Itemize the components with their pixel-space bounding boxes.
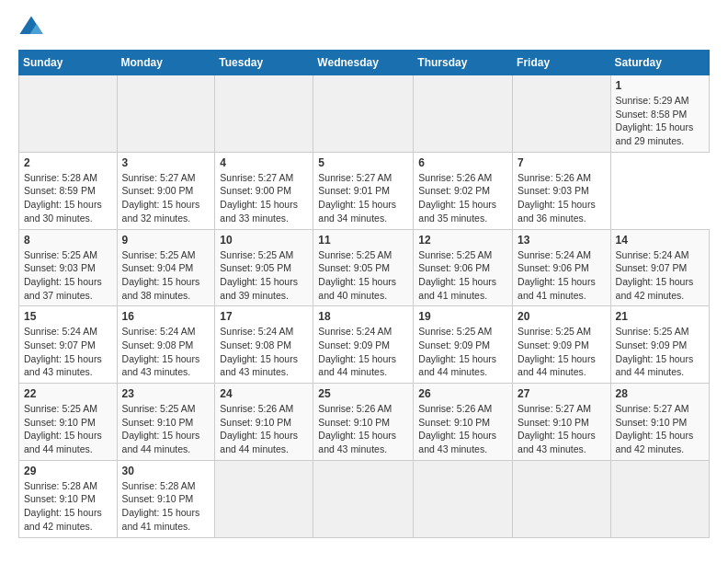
calendar-week-row: 15Sunrise: 5:24 AMSunset: 9:07 PMDayligh… bbox=[19, 306, 710, 384]
calendar-cell: 29Sunrise: 5:28 AMSunset: 9:10 PMDayligh… bbox=[19, 460, 118, 537]
day-number: 9 bbox=[122, 234, 210, 247]
calendar-cell: 24Sunrise: 5:26 AMSunset: 9:10 PMDayligh… bbox=[215, 384, 313, 461]
day-number: 4 bbox=[220, 156, 308, 169]
day-info: Sunrise: 5:26 AMSunset: 9:10 PMDaylight:… bbox=[418, 403, 496, 454]
calendar-cell: 21Sunrise: 5:25 AMSunset: 9:09 PMDayligh… bbox=[610, 306, 709, 384]
day-number: 26 bbox=[418, 387, 507, 400]
calendar-cell-empty bbox=[19, 75, 118, 153]
day-info: Sunrise: 5:25 AMSunset: 9:10 PMDaylight:… bbox=[24, 403, 102, 454]
calendar-cell: 18Sunrise: 5:24 AMSunset: 9:09 PMDayligh… bbox=[313, 306, 414, 384]
day-info: Sunrise: 5:27 AMSunset: 9:01 PMDaylight:… bbox=[318, 172, 396, 224]
calendar-cell-empty bbox=[117, 75, 215, 153]
day-number: 13 bbox=[518, 234, 606, 247]
weekday-header-cell: Tuesday bbox=[215, 51, 313, 75]
day-number: 23 bbox=[122, 387, 210, 400]
calendar-cell: 15Sunrise: 5:24 AMSunset: 9:07 PMDayligh… bbox=[19, 306, 118, 384]
calendar-cell: 25Sunrise: 5:26 AMSunset: 9:10 PMDayligh… bbox=[313, 384, 414, 461]
calendar-cell-empty bbox=[313, 75, 414, 153]
calendar-cell: 5Sunrise: 5:27 AMSunset: 9:01 PMDaylight… bbox=[313, 152, 414, 229]
calendar-cell: 4Sunrise: 5:27 AMSunset: 9:00 PMDaylight… bbox=[215, 152, 313, 229]
day-info: Sunrise: 5:24 AMSunset: 9:07 PMDaylight:… bbox=[616, 249, 694, 301]
weekday-header-cell: Sunday bbox=[19, 51, 118, 75]
day-info: Sunrise: 5:27 AMSunset: 9:00 PMDaylight:… bbox=[122, 172, 200, 224]
weekday-header-row: SundayMondayTuesdayWednesdayThursdayFrid… bbox=[19, 51, 710, 75]
calendar-week-row: 2Sunrise: 5:28 AMSunset: 8:59 PMDaylight… bbox=[19, 152, 710, 229]
calendar-cell: 13Sunrise: 5:24 AMSunset: 9:06 PMDayligh… bbox=[513, 229, 611, 306]
calendar-cell: 8Sunrise: 5:25 AMSunset: 9:03 PMDaylight… bbox=[19, 229, 118, 306]
day-info: Sunrise: 5:25 AMSunset: 9:03 PMDaylight:… bbox=[24, 249, 102, 301]
calendar-cell: 10Sunrise: 5:25 AMSunset: 9:05 PMDayligh… bbox=[215, 229, 313, 306]
weekday-header-cell: Monday bbox=[117, 51, 215, 75]
calendar-cell-empty bbox=[513, 75, 611, 153]
calendar-week-row: 1Sunrise: 5:29 AMSunset: 8:58 PMDaylight… bbox=[19, 75, 710, 153]
day-number: 21 bbox=[616, 310, 704, 323]
day-number: 11 bbox=[318, 234, 408, 247]
day-number: 17 bbox=[220, 310, 308, 323]
day-number: 14 bbox=[616, 234, 704, 247]
day-info: Sunrise: 5:26 AMSunset: 9:03 PMDaylight:… bbox=[518, 172, 596, 224]
calendar-week-row: 8Sunrise: 5:25 AMSunset: 9:03 PMDaylight… bbox=[19, 229, 710, 306]
day-info: Sunrise: 5:26 AMSunset: 9:10 PMDaylight:… bbox=[220, 403, 298, 454]
day-number: 25 bbox=[318, 387, 408, 400]
calendar-cell-empty bbox=[215, 75, 313, 153]
day-number: 6 bbox=[418, 156, 507, 169]
day-info: Sunrise: 5:28 AMSunset: 9:10 PMDaylight:… bbox=[24, 480, 102, 532]
day-number: 10 bbox=[220, 234, 308, 247]
day-info: Sunrise: 5:25 AMSunset: 9:05 PMDaylight:… bbox=[318, 249, 396, 301]
day-number: 18 bbox=[318, 310, 408, 323]
calendar-cell: 14Sunrise: 5:24 AMSunset: 9:07 PMDayligh… bbox=[610, 229, 709, 306]
day-number: 1 bbox=[616, 79, 704, 92]
day-number: 29 bbox=[24, 465, 112, 477]
weekday-header-cell: Thursday bbox=[414, 51, 513, 75]
day-info: Sunrise: 5:25 AMSunset: 9:09 PMDaylight:… bbox=[518, 326, 596, 377]
day-number: 12 bbox=[418, 234, 507, 247]
day-number: 2 bbox=[24, 156, 112, 169]
calendar-cell: 6Sunrise: 5:26 AMSunset: 9:02 PMDaylight… bbox=[414, 152, 513, 229]
calendar-cell: 22Sunrise: 5:25 AMSunset: 9:10 PMDayligh… bbox=[19, 384, 118, 461]
day-number: 22 bbox=[24, 387, 112, 400]
day-info: Sunrise: 5:24 AMSunset: 9:09 PMDaylight:… bbox=[318, 326, 396, 377]
weekday-header-cell: Friday bbox=[513, 51, 611, 75]
calendar-cell: 20Sunrise: 5:25 AMSunset: 9:09 PMDayligh… bbox=[513, 306, 611, 384]
day-info: Sunrise: 5:25 AMSunset: 9:04 PMDaylight:… bbox=[122, 249, 200, 301]
day-number: 3 bbox=[122, 156, 210, 169]
day-number: 15 bbox=[24, 310, 112, 323]
calendar-cell: 17Sunrise: 5:24 AMSunset: 9:08 PMDayligh… bbox=[215, 306, 313, 384]
calendar-cell: 16Sunrise: 5:24 AMSunset: 9:08 PMDayligh… bbox=[117, 306, 215, 384]
calendar-week-row: 22Sunrise: 5:25 AMSunset: 9:10 PMDayligh… bbox=[19, 384, 710, 461]
calendar-cell-empty bbox=[215, 460, 313, 537]
day-info: Sunrise: 5:25 AMSunset: 9:09 PMDaylight:… bbox=[418, 326, 496, 377]
day-info: Sunrise: 5:24 AMSunset: 9:08 PMDaylight:… bbox=[220, 326, 298, 377]
calendar-cell: 11Sunrise: 5:25 AMSunset: 9:05 PMDayligh… bbox=[313, 229, 414, 306]
calendar-cell: 19Sunrise: 5:25 AMSunset: 9:09 PMDayligh… bbox=[414, 306, 513, 384]
day-info: Sunrise: 5:28 AMSunset: 9:10 PMDaylight:… bbox=[122, 480, 200, 532]
calendar-week-row: 29Sunrise: 5:28 AMSunset: 9:10 PMDayligh… bbox=[19, 460, 710, 537]
calendar-cell: 7Sunrise: 5:26 AMSunset: 9:03 PMDaylight… bbox=[513, 152, 611, 229]
weekday-header-cell: Saturday bbox=[610, 51, 709, 75]
header bbox=[18, 15, 710, 40]
calendar-cell: 30Sunrise: 5:28 AMSunset: 9:10 PMDayligh… bbox=[117, 460, 215, 537]
day-info: Sunrise: 5:27 AMSunset: 9:00 PMDaylight:… bbox=[220, 172, 298, 224]
calendar-cell-empty bbox=[414, 75, 513, 153]
day-info: Sunrise: 5:26 AMSunset: 9:02 PMDaylight:… bbox=[418, 172, 496, 224]
calendar-table: SundayMondayTuesdayWednesdayThursdayFrid… bbox=[18, 50, 710, 538]
day-info: Sunrise: 5:25 AMSunset: 9:09 PMDaylight:… bbox=[616, 326, 694, 377]
calendar-page: SundayMondayTuesdayWednesdayThursdayFrid… bbox=[0, 0, 728, 553]
calendar-cell: 1Sunrise: 5:29 AMSunset: 8:58 PMDaylight… bbox=[610, 75, 709, 153]
day-info: Sunrise: 5:25 AMSunset: 9:06 PMDaylight:… bbox=[418, 249, 496, 301]
day-info: Sunrise: 5:27 AMSunset: 9:10 PMDaylight:… bbox=[616, 403, 694, 454]
calendar-cell: 2Sunrise: 5:28 AMSunset: 8:59 PMDaylight… bbox=[19, 152, 118, 229]
day-number: 30 bbox=[122, 465, 210, 477]
calendar-cell-empty bbox=[513, 460, 611, 537]
day-number: 8 bbox=[24, 234, 112, 247]
calendar-cell-empty bbox=[313, 460, 414, 537]
day-info: Sunrise: 5:24 AMSunset: 9:07 PMDaylight:… bbox=[24, 326, 102, 377]
calendar-cell-empty bbox=[414, 460, 513, 537]
calendar-cell: 23Sunrise: 5:25 AMSunset: 9:10 PMDayligh… bbox=[117, 384, 215, 461]
day-number: 19 bbox=[418, 310, 507, 323]
logo-icon bbox=[18, 15, 44, 40]
day-info: Sunrise: 5:24 AMSunset: 9:08 PMDaylight:… bbox=[122, 326, 200, 377]
day-info: Sunrise: 5:25 AMSunset: 9:05 PMDaylight:… bbox=[220, 249, 298, 301]
day-info: Sunrise: 5:29 AMSunset: 8:58 PMDaylight:… bbox=[616, 95, 694, 146]
calendar-cell: 26Sunrise: 5:26 AMSunset: 9:10 PMDayligh… bbox=[414, 384, 513, 461]
